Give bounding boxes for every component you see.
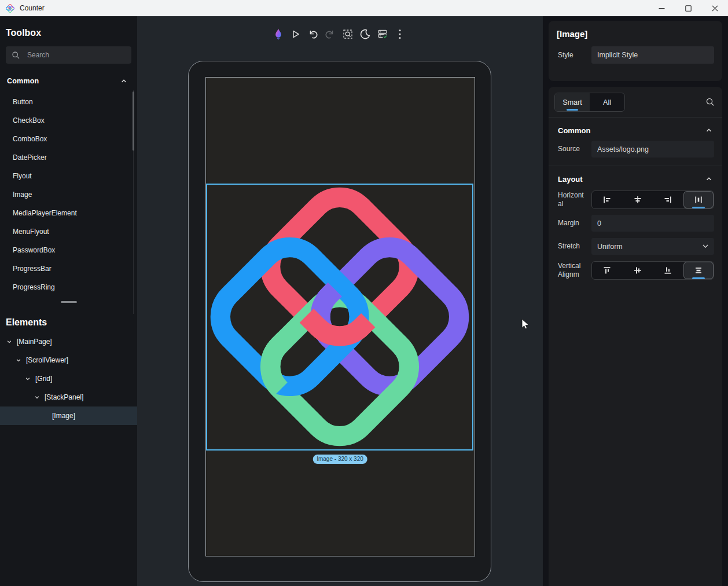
toolbox-section-common[interactable]: Common: [0, 72, 137, 90]
margin-input[interactable]: [591, 215, 714, 232]
chevron-up-icon: [120, 77, 128, 85]
toolbox-item[interactable]: CheckBox: [0, 111, 137, 130]
canvas-toolbar: [272, 27, 406, 41]
align-right-icon: [663, 195, 672, 204]
dark-mode-moon-icon: [359, 28, 371, 40]
tree-row-stackpanel[interactable]: [StackPanel]: [0, 388, 137, 406]
toolbox-item-list: Button CheckBox ComboBox DatePicker Flyo…: [0, 93, 137, 296]
tree-node-label: [ScrollViewer]: [26, 356, 68, 364]
selection-size-badge: Image - 320 x 320: [312, 455, 367, 464]
more-options-button[interactable]: [394, 27, 406, 41]
inspector-search-button[interactable]: [705, 97, 715, 107]
form-check-button[interactable]: [376, 27, 388, 41]
toolbox-panel: Toolbox Common Button CheckBox ComboBox …: [0, 16, 137, 296]
tab-smart[interactable]: Smart: [555, 93, 590, 111]
play-icon: [291, 29, 301, 39]
maximize-button[interactable]: [675, 0, 701, 16]
section-layout[interactable]: Layout: [549, 166, 722, 188]
tree-row-image-selected[interactable]: [Image]: [0, 406, 137, 425]
chevron-down-icon[interactable]: [24, 375, 31, 382]
source-input[interactable]: [591, 141, 714, 158]
splitter-handle-icon: [61, 301, 77, 303]
design-canvas: Image - 320 x 320: [137, 16, 543, 586]
stretch-horizontal-button[interactable]: [683, 191, 714, 208]
align-top-icon: [602, 266, 612, 275]
tree-node-label: [MainPage]: [17, 338, 52, 346]
align-left-icon: [602, 195, 612, 204]
section-label: Common: [7, 77, 39, 85]
toolbox-search[interactable]: [6, 46, 131, 64]
chevron-down-icon[interactable]: [15, 357, 22, 364]
horizontal-label: Horizontal: [558, 191, 591, 208]
toolbox-item[interactable]: ComboBox: [0, 130, 137, 148]
app-logo-icon: [6, 4, 14, 13]
zoom-to-fit-button[interactable]: [341, 27, 354, 41]
style-picker[interactable]: Implicit Style: [591, 46, 714, 64]
toolbox-item[interactable]: ProgressRing: [0, 278, 137, 296]
vertical-alignment-group: [591, 261, 714, 280]
stretch-label: Stretch: [558, 242, 591, 251]
inspector-tabs: Smart All: [554, 93, 625, 112]
search-icon: [12, 51, 20, 60]
toolbox-item[interactable]: Button: [0, 93, 137, 111]
stretch-vertical-icon: [694, 266, 703, 275]
align-bottom-icon: [663, 266, 672, 275]
device-screen[interactable]: Image - 320 x 320: [205, 77, 475, 556]
minimize-button[interactable]: [648, 0, 675, 16]
toolbox-item[interactable]: ProgressBar: [0, 259, 137, 278]
hot-design-flame-button[interactable]: [272, 27, 284, 41]
dark-mode-moon-button[interactable]: [359, 27, 371, 41]
tree-node-label: [Grid]: [35, 375, 52, 383]
align-bottom-button[interactable]: [653, 262, 683, 279]
toolbox-item[interactable]: Flyout: [0, 167, 137, 185]
play-button[interactable]: [289, 27, 302, 41]
stretch-horizontal-icon: [694, 195, 703, 204]
window-titlebar: Counter: [0, 0, 728, 16]
zoom-to-fit-icon: [342, 28, 354, 40]
style-label: Style: [558, 51, 591, 60]
toolbox-item[interactable]: Image: [0, 185, 137, 204]
align-middle-icon: [633, 266, 642, 275]
tree-node-label: [Image]: [52, 412, 75, 420]
toolbox-scrollbar-thumb[interactable]: [133, 91, 134, 151]
toolbox-item[interactable]: PasswordBox: [0, 241, 137, 259]
align-top-button[interactable]: [592, 262, 623, 279]
toolbox-item[interactable]: MediaPlayerElement: [0, 204, 137, 222]
toolbox-item[interactable]: MenuFlyout: [0, 222, 137, 241]
inspector-header-card: [Image] Style Implicit Style: [549, 21, 722, 81]
undo-button[interactable]: [307, 27, 319, 41]
chevron-up-icon: [705, 175, 713, 183]
tree-row-mainpage[interactable]: [MainPage]: [0, 332, 137, 351]
stretch-dropdown[interactable]: Uniform: [591, 238, 714, 255]
hot-design-flame-icon: [273, 28, 284, 41]
align-left-button[interactable]: [592, 191, 623, 208]
align-center-icon: [633, 195, 642, 204]
form-check-icon: [377, 28, 388, 40]
tree-node-label: [StackPanel]: [45, 393, 83, 401]
maximize-icon: [685, 5, 692, 12]
stretch-value: Uniform: [597, 243, 623, 251]
toolbox-search-input[interactable]: [26, 50, 126, 60]
inspector-title: [Image]: [549, 21, 722, 39]
tree-row-scrollviewer[interactable]: [ScrollViewer]: [0, 351, 137, 369]
chevron-down-icon[interactable]: [34, 394, 41, 401]
close-button[interactable]: [701, 0, 728, 16]
redo-icon: [325, 29, 336, 40]
tree-row-grid[interactable]: [Grid]: [0, 369, 137, 388]
chevron-down-icon: [703, 244, 708, 248]
align-center-button[interactable]: [623, 191, 653, 208]
app-logo-image: [209, 186, 470, 448]
selected-image-element[interactable]: [206, 184, 473, 451]
undo-icon: [307, 29, 318, 40]
left-sidebar: Toolbox Common Button CheckBox ComboBox …: [0, 16, 137, 586]
section-common[interactable]: Common: [549, 118, 722, 140]
tab-all[interactable]: All: [590, 93, 624, 111]
toolbox-item[interactable]: DatePicker: [0, 148, 137, 167]
panel-splitter[interactable]: [0, 298, 137, 306]
chevron-down-icon[interactable]: [6, 338, 13, 345]
stretch-vertical-button[interactable]: [683, 262, 714, 279]
redo-button[interactable]: [324, 27, 336, 41]
align-right-button[interactable]: [653, 191, 683, 208]
align-middle-button[interactable]: [623, 262, 653, 279]
mouse-cursor: [521, 318, 530, 330]
